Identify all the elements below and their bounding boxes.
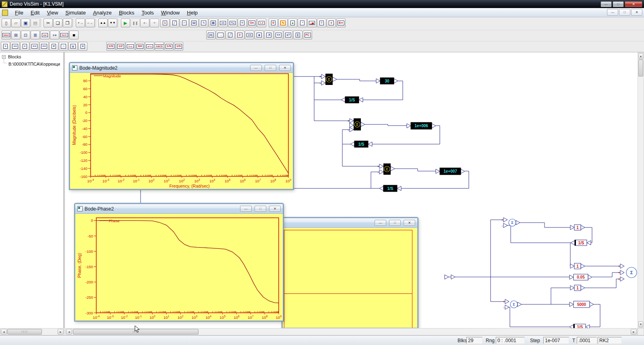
flip-up-button[interactable]: ▲▲	[98, 19, 108, 27]
gain-block-1e7[interactable]: 1e+007	[436, 168, 465, 175]
scroll-left-icon[interactable]: ◄	[1, 329, 7, 335]
pulse-train-block-button[interactable]: Ш	[189, 19, 199, 27]
comment-block-button[interactable]: ■	[69, 31, 79, 39]
scroll-left-icon[interactable]: ◄	[66, 329, 72, 335]
pause-simulation-button[interactable]: ❚❚	[130, 19, 140, 27]
listbox-block-button[interactable]: ≡	[317, 19, 326, 27]
not-block-button[interactable]: x̄	[78, 42, 87, 51]
compound-output-button[interactable]: ⊡	[21, 31, 30, 39]
bode-magnitude-titlebar[interactable]: Bode-Magnitude2 — □ ✕	[70, 63, 293, 73]
wire-tool-button[interactable]: ↦	[50, 31, 59, 39]
tree-item-path[interactable]: B:\0000\КТПСА\Коррекци	[8, 62, 60, 66]
variable-block-button[interactable]: var	[40, 31, 50, 39]
flip-down-button[interactable]: ▼▼	[108, 19, 117, 27]
greater-equal-button[interactable]: >=	[10, 42, 20, 51]
copy-button[interactable]: ❏	[53, 19, 62, 27]
minimize-icon[interactable]: —	[240, 206, 252, 212]
negate-block-button[interactable]: -X	[264, 31, 273, 39]
open-file-button[interactable]: ▱	[11, 19, 21, 27]
polar-plot-block-button[interactable]: ✳	[327, 19, 336, 27]
display-block-button[interactable]: 0	[269, 19, 278, 27]
tree-hscrollbar[interactable]: ◄ ►	[0, 328, 64, 335]
summing-junction-button[interactable]: Σ	[293, 31, 302, 39]
menu-item-analyze[interactable]: Analyze	[89, 9, 115, 17]
power-block-button[interactable]: ××	[274, 31, 283, 39]
new-file-button[interactable]: ▯	[2, 19, 11, 27]
mdi-minimize-button[interactable]: —	[607, 9, 618, 16]
limited-integrator-button[interactable]: 1/S	[164, 42, 174, 51]
scroll-down-icon[interactable]: ▼	[638, 321, 643, 327]
save-file-button[interactable]: ▣	[21, 19, 30, 27]
mdi-restore-button[interactable]: □	[619, 9, 630, 16]
close-icon[interactable]: ✕	[279, 65, 291, 71]
remove-connector-button[interactable]: −→	[85, 19, 95, 27]
maximize-button[interactable]: □	[613, 1, 624, 7]
scroll-up-icon[interactable]: ▲	[638, 53, 643, 59]
unit-delay-button[interactable]: 1/Z	[116, 42, 125, 51]
menu-item-help[interactable]: Help	[183, 9, 201, 17]
less-equal-button[interactable]: <=	[30, 42, 39, 51]
compound-input-button[interactable]: ⊞	[11, 31, 21, 39]
user-function-button[interactable]: FC	[303, 31, 312, 39]
square-wave-block-button[interactable]: ⊓⊔	[228, 19, 237, 27]
restore-icon[interactable]: □	[255, 206, 266, 212]
const-block-button[interactable]: 1	[160, 19, 170, 27]
scroll-right-icon[interactable]: ►	[58, 329, 64, 335]
tree-expand-icon[interactable]: +	[2, 55, 6, 59]
multi-step-button[interactable]: ∙∘∙	[150, 19, 159, 27]
menu-item-simulate[interactable]: Simulate	[62, 9, 89, 17]
state-space-button[interactable]: ABCD	[155, 42, 164, 51]
menu-item-window[interactable]: Window	[157, 9, 183, 17]
led-block-button[interactable]: ●	[288, 19, 297, 27]
integrator-button[interactable]: 1/S	[106, 42, 116, 51]
noise-block-button[interactable]: ≈	[238, 19, 247, 27]
inverse-block-button[interactable]: 1/X	[245, 31, 254, 39]
gain-block-1e6[interactable]: 1e+006	[407, 122, 436, 129]
tree-hscroll-thumb[interactable]	[7, 329, 42, 335]
minimize-icon[interactable]: —	[250, 65, 262, 71]
or-block-button[interactable]: ∪	[68, 42, 78, 51]
label-block-button[interactable]: label	[2, 31, 11, 39]
menu-item-edit[interactable]: Edit	[27, 9, 43, 17]
menu-item-blocks[interactable]: Blocks	[115, 9, 138, 17]
restore-icon[interactable]: □	[265, 65, 276, 71]
menu-item-view[interactable]: View	[43, 9, 62, 17]
list-block-button[interactable]: ≣	[31, 31, 40, 39]
equal-button[interactable]: ==	[39, 42, 49, 51]
transfer-function-button[interactable]: 1+s	[126, 42, 135, 51]
error-block-button[interactable]: Err	[336, 19, 346, 27]
bode-magnitude-window[interactable]: Bode-Magnitude2 — □ ✕ 806040200-20-40-60…	[69, 62, 294, 190]
convert-block-button[interactable]: →	[216, 31, 225, 39]
paste-button[interactable]: ❐	[63, 19, 72, 27]
step-block-button[interactable]: ⌐	[180, 19, 189, 27]
scroll-right-icon[interactable]: ►	[631, 329, 637, 335]
cut-button[interactable]: ✂	[43, 19, 53, 27]
canvas-vscroll-thumb[interactable]	[638, 60, 643, 76]
restore-icon[interactable]: □	[389, 220, 401, 226]
menu-item-file[interactable]: File	[11, 9, 27, 17]
minimize-icon[interactable]: —	[375, 220, 386, 226]
sawtooth-block-button[interactable]: ΛΛ	[218, 19, 228, 27]
ramp-block-button[interactable]: ╱	[170, 19, 179, 27]
minimize-button[interactable]: —	[601, 1, 612, 7]
run-simulation-button[interactable]: ▶	[121, 19, 130, 27]
close-icon[interactable]: ✕	[269, 206, 281, 212]
sinusoid-block-button[interactable]: ∿	[199, 19, 208, 27]
on-off-block-button[interactable]: On	[247, 19, 257, 27]
plot-window-background[interactable]: — □ ✕	[282, 217, 418, 328]
import-block-button[interactable]: ▦	[209, 19, 218, 27]
not-equal-button[interactable]: ≠	[49, 42, 58, 51]
mdi-close-button[interactable]: ✕	[631, 9, 642, 16]
close-icon[interactable]: ✕	[404, 220, 415, 226]
add-connector-button[interactable]: +→	[76, 19, 85, 27]
bode-phase-window[interactable]: Bode-Phase2 — □ ✕ 0-50-100-150-200-250-3…	[75, 203, 284, 321]
greater-than-button[interactable]: >	[1, 42, 10, 51]
histogram-block-button[interactable]: ▂▅	[307, 19, 317, 27]
and-block-button[interactable]: ∩	[59, 42, 68, 51]
time-delay-button[interactable]: e^s	[145, 42, 154, 51]
plot-block-button[interactable]: ∿	[278, 19, 288, 27]
limit-block-button[interactable]: ╱	[226, 31, 235, 39]
reset-integrator-button[interactable]: 1/S	[174, 42, 183, 51]
sample-hold-button[interactable]: SH	[135, 42, 145, 51]
multiply-block-button[interactable]: ∗	[255, 31, 264, 39]
